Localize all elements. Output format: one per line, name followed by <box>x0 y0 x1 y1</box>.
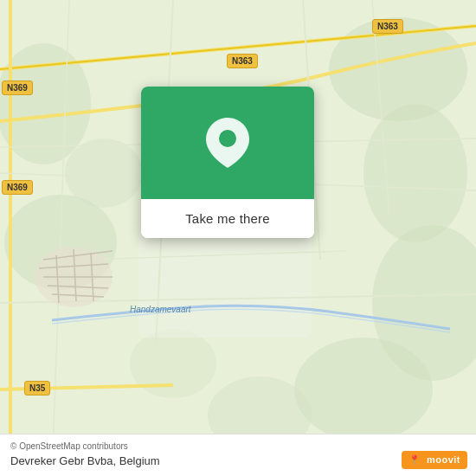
road-badge-n363-top: N363 <box>372 19 403 34</box>
popup-card: Take me there <box>141 87 314 238</box>
svg-point-9 <box>130 329 216 398</box>
road-badge-n369-bot: N369 <box>2 180 33 195</box>
waterway-label: Handzamevaart <box>130 305 191 314</box>
map-container: N363 N363 N369 N369 N35 Handzamevaart Ta… <box>0 0 476 476</box>
road-badge-n369-top: N369 <box>2 80 33 95</box>
svg-point-35 <box>219 130 236 147</box>
moovit-pin-icon: 📍 <box>408 454 421 465</box>
attribution-text: © OpenStreetMap contributors <box>10 441 466 451</box>
road-badge-n363-mid: N363 <box>227 54 258 68</box>
map-svg <box>0 0 476 476</box>
location-pin-icon <box>206 118 249 168</box>
svg-point-7 <box>294 338 433 441</box>
svg-rect-10 <box>138 234 312 338</box>
moovit-logo: 📍 moovit <box>402 451 467 469</box>
moovit-text: moovit <box>427 454 460 465</box>
road-badge-n35: N35 <box>24 381 50 396</box>
place-name: Devreker Gebr Bvba, Belgium <box>10 454 466 467</box>
svg-point-2 <box>363 104 467 242</box>
popup-green-area <box>141 87 314 199</box>
svg-point-6 <box>65 138 143 208</box>
take-me-there-button[interactable]: Take me there <box>141 199 314 238</box>
